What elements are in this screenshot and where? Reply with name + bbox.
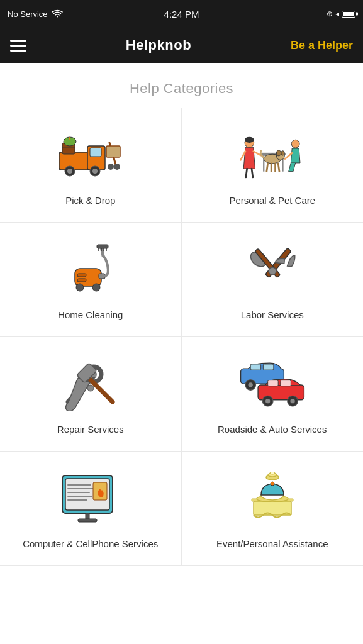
menu-line-1 xyxy=(10,40,26,42)
svg-point-6 xyxy=(92,169,98,174)
be-a-helper-button[interactable]: Be a Helper xyxy=(291,39,353,52)
svg-point-39 xyxy=(92,284,100,291)
category-repair[interactable]: Repair Services xyxy=(0,337,182,452)
pet-care-label: Personal & Pet Care xyxy=(229,194,315,207)
category-pet-care[interactable]: Personal & Pet Care xyxy=(182,108,364,223)
svg-line-22 xyxy=(254,151,261,155)
battery-fill xyxy=(343,12,354,16)
svg-rect-36 xyxy=(77,274,86,277)
svg-line-29 xyxy=(267,163,268,171)
event-icon-area xyxy=(238,470,307,527)
svg-line-24 xyxy=(252,169,253,177)
status-time: 4:24 PM xyxy=(164,9,199,19)
pick-drop-icon-area xyxy=(56,127,125,184)
category-event[interactable]: Event/Personal Assistance xyxy=(182,452,364,566)
svg-rect-64 xyxy=(267,380,278,386)
svg-point-4 xyxy=(67,169,72,174)
category-pick-drop[interactable]: Pick & Drop xyxy=(0,108,182,223)
roadside-label: Roadside & Auto Services xyxy=(218,423,327,436)
svg-rect-37 xyxy=(77,279,86,282)
svg-rect-42 xyxy=(97,245,108,248)
no-service-text: No Service xyxy=(8,9,48,19)
category-computer[interactable]: Computer & CellPhone Services xyxy=(0,452,182,566)
svg-line-32 xyxy=(278,163,279,171)
svg-point-28 xyxy=(281,150,285,155)
pick-drop-label: Pick & Drop xyxy=(65,194,115,207)
home-cleaning-icon-area xyxy=(56,242,125,298)
svg-point-87 xyxy=(270,472,275,474)
computer-label: Computer & CellPhone Services xyxy=(23,537,158,550)
categories-grid: Pick & Drop xyxy=(0,108,363,566)
page-title: Help Categories xyxy=(0,80,363,97)
repair-label: Repair Services xyxy=(57,423,124,436)
svg-point-14 xyxy=(108,164,114,170)
page-title-section: Help Categories xyxy=(0,63,363,108)
wifi-icon xyxy=(52,9,63,18)
svg-point-67 xyxy=(265,398,270,402)
svg-point-55 xyxy=(87,385,94,391)
battery-icon xyxy=(342,11,355,18)
category-labor[interactable]: Labor Services xyxy=(182,223,364,337)
gps-icon: ◂ xyxy=(335,9,339,18)
svg-point-50 xyxy=(269,267,276,275)
menu-line-3 xyxy=(10,50,26,52)
pet-care-icon-area xyxy=(238,127,307,184)
status-bar: No Service 4:24 PM ⊕ ◂ xyxy=(0,0,363,28)
event-label: Event/Personal Assistance xyxy=(216,537,328,550)
svg-point-84 xyxy=(271,482,274,486)
signal-area: No Service xyxy=(8,9,63,19)
svg-point-27 xyxy=(276,150,281,155)
svg-rect-58 xyxy=(263,364,274,369)
svg-point-15 xyxy=(114,164,120,170)
svg-rect-65 xyxy=(281,380,291,386)
svg-rect-57 xyxy=(250,364,261,369)
roadside-icon-area xyxy=(238,356,307,413)
svg-point-60 xyxy=(248,382,252,387)
location-icon: ⊕ xyxy=(327,9,333,18)
repair-icon-area xyxy=(56,356,125,413)
svg-rect-2 xyxy=(90,148,101,157)
svg-rect-79 xyxy=(78,519,97,522)
svg-point-33 xyxy=(291,140,299,148)
hamburger-menu[interactable] xyxy=(10,40,26,52)
menu-line-2 xyxy=(10,45,26,47)
labor-icon-area xyxy=(238,242,307,298)
svg-rect-13 xyxy=(106,146,120,157)
nav-bar: Helpknob Be a Helper xyxy=(0,28,363,63)
category-home-cleaning[interactable]: Home Cleaning xyxy=(0,223,182,337)
svg-point-20 xyxy=(245,136,254,142)
svg-line-23 xyxy=(246,169,247,177)
home-cleaning-label: Home Cleaning xyxy=(58,308,123,321)
labor-label: Labor Services xyxy=(241,308,304,321)
app-title: Helpknob xyxy=(126,37,191,53)
svg-point-69 xyxy=(290,398,294,402)
category-roadside[interactable]: Roadside & Auto Services xyxy=(182,337,364,452)
computer-icon-area xyxy=(56,470,125,527)
svg-point-38 xyxy=(76,284,84,291)
battery-area: ⊕ ◂ xyxy=(327,9,355,18)
